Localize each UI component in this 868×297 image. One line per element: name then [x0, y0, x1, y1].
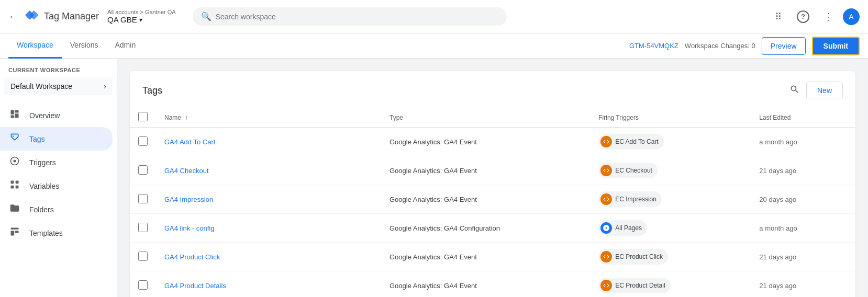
tags-header-actions: New — [789, 82, 843, 99]
submit-button[interactable]: Submit — [812, 37, 860, 55]
tag-name-link[interactable]: GA4 Add To Cart — [164, 138, 215, 146]
sort-asc-icon: ↑ — [185, 114, 188, 121]
tag-name-link[interactable]: GA4 Product Details — [164, 282, 226, 290]
logo: Tag Manager — [23, 8, 99, 25]
trigger-badge[interactable]: All Pages — [598, 220, 647, 236]
tag-type-text: Google Analytics: GA4 Configuration — [390, 224, 500, 232]
row-checkbox-cell — [130, 243, 156, 271]
tab-workspace[interactable]: Workspace — [8, 33, 62, 59]
gtm-logo-icon — [23, 8, 40, 25]
trigger-badge[interactable]: EC Add To Cart — [598, 134, 664, 150]
trigger-badge[interactable]: EC Impression — [598, 191, 662, 207]
th-type: Type — [381, 108, 590, 128]
workspace-selector-name: Default Workspace — [10, 82, 72, 90]
content-area: Tags New Name ↑ — [117, 59, 868, 297]
tag-name-link[interactable]: GA4 Impression — [164, 196, 213, 203]
row-type-cell: Google Analytics: GA4 Event — [381, 128, 590, 156]
row-checkbox[interactable] — [138, 280, 148, 290]
tag-name-link[interactable]: GA4 Product Click — [164, 253, 220, 261]
row-trigger-cell: EC Checkout — [590, 156, 751, 185]
workspace-selector[interactable]: Default Workspace › — [4, 77, 113, 95]
trigger-icon — [600, 251, 612, 262]
row-type-cell: Google Analytics: GA4 Event — [381, 156, 590, 185]
tag-name-link[interactable]: GA4 Checkout — [164, 167, 209, 175]
trigger-icon — [600, 222, 612, 234]
row-type-cell: Google Analytics: GA4 Event — [381, 185, 590, 214]
current-workspace-label: CURRENT WORKSPACE — [0, 67, 117, 73]
row-checkbox[interactable] — [138, 194, 148, 203]
trigger-icon — [600, 136, 612, 147]
row-checkbox[interactable] — [138, 252, 148, 261]
table-header-row: Name ↑ Type Firing Triggers Last Edited — [130, 108, 855, 128]
row-type-cell: Google Analytics: GA4 Event — [381, 271, 590, 298]
apps-icon-button[interactable]: ⠿ — [767, 6, 788, 27]
tags-icon — [8, 132, 21, 145]
row-trigger-cell: EC Impression — [590, 185, 751, 214]
new-tag-button[interactable]: New — [806, 82, 843, 99]
sidebar: CURRENT WORKSPACE Default Workspace › Ov… — [0, 59, 117, 297]
sidebar-item-variables[interactable]: Variables — [0, 174, 113, 198]
sidebar-item-triggers[interactable]: Triggers — [0, 151, 113, 174]
sidebar-item-label-templates: Templates — [29, 229, 63, 237]
apps-grid-icon: ⠿ — [775, 11, 782, 22]
svg-rect-4 — [11, 181, 14, 184]
trigger-icon — [600, 280, 612, 291]
variables-icon — [8, 179, 21, 192]
trigger-badge[interactable]: EC Product Click — [598, 249, 668, 265]
trigger-name: EC Product Click — [615, 253, 663, 260]
table-row: GA4 Checkout Google Analytics: GA4 Event… — [130, 156, 855, 185]
svg-rect-7 — [16, 186, 19, 189]
sidebar-item-label-folders: Folders — [29, 205, 54, 214]
preview-button[interactable]: Preview — [762, 37, 806, 55]
back-button[interactable]: ← — [8, 10, 19, 22]
select-all-checkbox[interactable] — [138, 112, 148, 121]
nav-tabs: Workspace Versions Admin — [8, 33, 629, 59]
th-last-edited: Last Edited — [751, 108, 855, 128]
sidebar-item-overview[interactable]: Overview — [0, 104, 113, 127]
search-input[interactable] — [216, 13, 498, 21]
last-edited-text: 21 days ago — [759, 282, 796, 290]
row-edited-cell: 20 days ago — [751, 185, 855, 214]
account-breadcrumb: All accounts > Gantner QA — [107, 9, 176, 15]
account-name-dropdown[interactable]: QA GBE ▾ — [107, 15, 176, 24]
row-trigger-cell: All Pages — [590, 214, 751, 243]
tag-name-link[interactable]: GA4 link - config — [164, 224, 214, 232]
tag-type-text: Google Analytics: GA4 Event — [390, 167, 477, 175]
tags-search-button[interactable] — [789, 84, 800, 97]
sidebar-item-label-tags: Tags — [29, 135, 45, 143]
folders-icon — [8, 203, 21, 216]
trigger-name: All Pages — [615, 224, 642, 232]
row-checkbox[interactable] — [138, 136, 148, 146]
nav-bar: Workspace Versions Admin GTM-54VMQKZ Wor… — [0, 33, 868, 59]
tab-versions[interactable]: Versions — [62, 33, 107, 59]
account-selector[interactable]: All accounts > Gantner QA QA GBE ▾ — [107, 9, 176, 24]
table-row: GA4 Add To Cart Google Analytics: GA4 Ev… — [130, 128, 855, 156]
header-actions: ⠿ ? ⋮ A — [767, 6, 860, 27]
sidebar-item-tags[interactable]: Tags — [0, 127, 113, 151]
row-trigger-cell: EC Product Click — [590, 243, 751, 271]
row-checkbox-cell — [130, 214, 156, 243]
sidebar-item-folders[interactable]: Folders — [0, 198, 113, 221]
row-checkbox[interactable] — [138, 165, 148, 175]
sidebar-item-templates[interactable]: Templates — [0, 221, 113, 245]
tags-panel: Tags New Name ↑ — [130, 71, 855, 297]
more-options-button[interactable]: ⋮ — [818, 6, 839, 27]
help-icon-button[interactable]: ? — [793, 6, 814, 27]
tab-admin[interactable]: Admin — [106, 33, 144, 59]
trigger-badge[interactable]: EC Checkout — [598, 163, 658, 178]
last-edited-text: a month ago — [759, 138, 797, 146]
triggers-icon — [8, 156, 21, 169]
row-checkbox[interactable] — [138, 223, 148, 232]
row-checkbox-cell — [130, 128, 156, 156]
row-checkbox-cell — [130, 185, 156, 214]
th-name[interactable]: Name ↑ — [156, 108, 381, 128]
row-name-cell: GA4 Product Click — [156, 243, 381, 271]
table-row: GA4 link - config Google Analytics: GA4 … — [130, 214, 855, 243]
trigger-badge[interactable]: EC Product Detail — [598, 278, 670, 293]
tags-header: Tags New — [130, 71, 855, 108]
tag-type-text: Google Analytics: GA4 Event — [390, 253, 477, 261]
tags-table: Name ↑ Type Firing Triggers Last Edited — [130, 108, 855, 297]
avatar[interactable]: A — [843, 8, 860, 25]
trigger-name: EC Add To Cart — [615, 138, 659, 145]
sidebar-item-label-overview: Overview — [29, 111, 60, 120]
